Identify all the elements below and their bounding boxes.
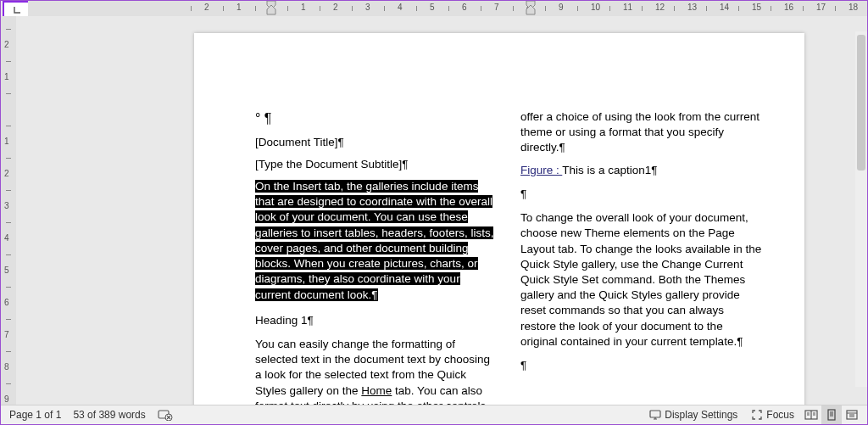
display-settings-icon — [649, 409, 661, 421]
page-number-indicator[interactable]: Page 1 of 1 — [9, 409, 61, 421]
scrollbar-thumb[interactable] — [857, 35, 865, 171]
read-mode-view-button[interactable] — [801, 405, 821, 424]
svg-marker-3 — [526, 5, 535, 14]
document-subtitle-placeholder[interactable]: [Type the Document Subtitle]¶ — [255, 157, 497, 172]
web-layout-view-button[interactable] — [842, 405, 862, 424]
empty-paragraph-2[interactable]: ¶ — [520, 358, 762, 373]
horizontal-ruler[interactable]: 2112345678910111213141516171819 — [28, 1, 867, 16]
print-layout-view-button[interactable] — [821, 405, 842, 424]
empty-paragraph[interactable]: ¶ — [520, 187, 762, 202]
vertical-ruler[interactable]: 21123456789101112 — [1, 16, 16, 405]
svg-rect-6 — [650, 411, 660, 417]
vertical-scrollbar[interactable] — [855, 31, 867, 387]
display-settings-button[interactable]: Display Settings — [643, 405, 744, 424]
body-paragraph-3[interactable]: To change the overall look of your docum… — [520, 210, 762, 350]
word-processor-window: 2112345678910111213141516171819 21123456… — [0, 0, 868, 425]
body-paragraph-2[interactable]: You can easily change the formatting of … — [255, 337, 497, 405]
focus-label: Focus — [766, 409, 794, 421]
col2-top-paragraph[interactable]: offer a choice of using the look from th… — [520, 109, 762, 156]
caption-text: This is a caption1¶ — [562, 164, 657, 176]
focus-icon — [751, 409, 763, 421]
degree-paragraph[interactable]: ° ¶ — [255, 109, 497, 128]
figure-caption[interactable]: Figure : This is a caption1¶ — [520, 163, 762, 178]
document-canvas[interactable]: ° ¶ [Document Title]¶ [Type the Document… — [16, 16, 867, 405]
home-link-1[interactable]: Home — [361, 384, 392, 397]
focus-mode-button[interactable]: Focus — [744, 405, 801, 424]
heading-1[interactable]: Heading 1¶ — [255, 313, 497, 328]
status-bar: Page 1 of 1 53 of 389 words Display Sett… — [1, 405, 867, 424]
text-selection[interactable]: On the Insert tab, the galleries include… — [255, 180, 493, 301]
display-settings-label: Display Settings — [665, 409, 737, 421]
word-count-indicator[interactable]: 53 of 389 words — [73, 409, 145, 421]
page-1: ° ¶ [Document Title]¶ [Type the Document… — [194, 33, 804, 405]
column-1: ° ¶ [Document Title]¶ [Type the Document… — [255, 109, 497, 405]
document-title-placeholder[interactable]: [Document Title]¶ — [255, 135, 497, 150]
selected-paragraph[interactable]: On the Insert tab, the galleries include… — [255, 179, 497, 303]
svg-marker-1 — [267, 5, 275, 14]
figure-cross-reference[interactable]: Figure : — [520, 164, 562, 176]
svg-rect-13 — [828, 410, 835, 420]
column-2: offer a choice of using the look from th… — [520, 109, 762, 405]
spelling-grammar-status-icon[interactable] — [158, 409, 173, 421]
